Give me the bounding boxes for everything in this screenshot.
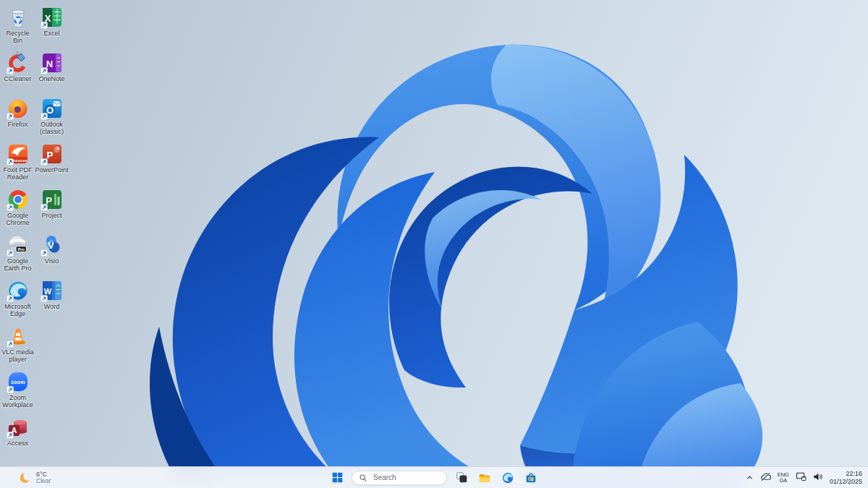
clock-time: 22:16 — [830, 470, 862, 478]
desktop-icon-label: Project — [35, 212, 69, 219]
desktop-icon-label: CCleaner — [1, 75, 35, 82]
desktop-icon-powerpoint[interactable]: P PowerPoint — [35, 141, 69, 187]
google-earth-pro-icon: Pro — [7, 234, 30, 257]
desktop-icon-label: Word — [35, 303, 69, 310]
windows-logo-icon — [331, 471, 344, 484]
microsoft-edge-icon — [7, 279, 30, 302]
svg-text:N: N — [46, 59, 52, 69]
start-button[interactable] — [328, 469, 346, 487]
desktop-icon-label: Foxit PDF Reader — [1, 166, 35, 181]
weather-text: 6°C Clear — [36, 471, 51, 484]
edge-taskbar-button[interactable] — [499, 469, 516, 487]
search-icon — [359, 474, 367, 482]
speaker-icon — [813, 472, 823, 481]
wallpaper-bloom — [0, 0, 868, 488]
project-icon: P — [41, 188, 64, 211]
desktop-icon-onenote[interactable]: N OneNote — [35, 50, 69, 95]
desktop-icon-vlc-media-player[interactable]: VLC media player — [1, 323, 35, 369]
vlc-media-player-icon — [7, 325, 30, 348]
powerpoint-icon: P — [41, 142, 64, 166]
desktop-icon-label: Zoom Workplace — [1, 394, 35, 408]
svg-text:zoom: zoom — [11, 379, 25, 385]
desktop-icon-project[interactable]: P Project — [35, 187, 69, 232]
task-view-icon — [456, 471, 468, 484]
desktop-icon-label: PowerPoint — [35, 166, 69, 174]
desktop-icon-word[interactable]: W Word — [35, 278, 69, 323]
desktop-icon-ccleaner[interactable]: CCleaner — [1, 50, 35, 95]
outlook-classic-icon: O — [41, 97, 64, 120]
taskbar: 6°C Clear — [0, 466, 868, 488]
clock-date: 01/12/2025 — [830, 478, 862, 486]
desktop-icon-label: OneNote — [35, 75, 69, 82]
language-indicator[interactable]: ENG GA — [778, 472, 789, 484]
system-tray: ENG GA 22:16 01/12/2025 — [746, 467, 862, 488]
desktop-icon-google-chrome[interactable]: Google Chrome — [1, 187, 35, 232]
desktop-icon-excel[interactable]: X Excel — [35, 4, 69, 50]
desktop-icon-recycle-bin[interactable]: Recycle Bin — [1, 4, 35, 50]
foxit-pdf-reader-icon: READER — [7, 142, 30, 166]
word-icon: W — [41, 279, 64, 302]
desktop-icons-column-2: X Excel N OneNote O Outlo — [35, 4, 69, 323]
ethernet-network-icon — [796, 471, 807, 481]
desktop-icon-visio[interactable]: V Visio — [35, 232, 69, 278]
language-line2: GA — [778, 478, 789, 484]
edge-icon — [501, 471, 514, 484]
desktop-icon-label: Firefox — [1, 121, 35, 128]
svg-text:V: V — [48, 241, 54, 251]
desktop-icon-label: VLC media player — [1, 348, 35, 363]
task-view-button[interactable] — [453, 469, 470, 487]
desktop-icon-google-earth-pro[interactable]: Pro Google Earth Pro — [1, 232, 35, 278]
file-explorer-button[interactable] — [476, 469, 493, 487]
network-tray-button[interactable] — [796, 471, 807, 484]
onedrive-tray-button[interactable] — [760, 471, 771, 484]
excel-icon: X — [41, 6, 64, 29]
taskbar-search[interactable] — [352, 471, 447, 485]
desktop-icon-access[interactable]: A Access — [1, 414, 35, 460]
desktop-icon-label: Microsoft Edge — [1, 303, 35, 317]
file-explorer-icon — [478, 471, 491, 484]
desktop-background[interactable] — [0, 0, 868, 488]
microsoft-store-icon — [524, 471, 537, 484]
firefox-icon — [7, 97, 30, 120]
svg-text:Pro: Pro — [17, 247, 25, 252]
weather-condition: Clear — [36, 478, 51, 484]
visio-icon: V — [41, 234, 64, 257]
desktop-icon-outlook-classic[interactable]: O Outlook (classic) — [35, 95, 69, 141]
desktop-icon-label: Google Chrome — [1, 212, 35, 226]
weather-widget[interactable]: 6°C Clear — [14, 467, 55, 488]
svg-text:READER: READER — [13, 159, 28, 163]
desktop-icon-foxit-pdf-reader[interactable]: READER Foxit PDF Reader — [1, 141, 35, 187]
desktop-icons-column-1: Recycle Bin CCleaner — [1, 4, 35, 460]
volume-tray-button[interactable] — [813, 471, 823, 484]
desktop-icon-label: Recycle Bin — [1, 30, 35, 44]
desktop-icon-label: Google Earth Pro — [1, 257, 35, 272]
desktop-icon-label: Excel — [35, 30, 69, 37]
tray-overflow-button[interactable] — [746, 471, 754, 484]
onenote-icon: N — [41, 51, 64, 74]
svg-text:P: P — [46, 150, 53, 160]
onedrive-not-signed-in-icon — [760, 472, 771, 481]
clock[interactable]: 22:16 01/12/2025 — [830, 470, 862, 485]
google-chrome-icon — [7, 188, 30, 211]
desktop-icon-microsoft-edge[interactable]: Microsoft Edge — [1, 278, 35, 323]
access-icon: A — [7, 416, 30, 439]
taskbar-center — [328, 467, 540, 488]
taskbar-search-input[interactable] — [372, 473, 440, 482]
chevron-up-icon — [746, 474, 754, 481]
desktop-icon-label: Visio — [35, 257, 69, 265]
desktop-icon-label: Outlook (classic) — [35, 121, 69, 135]
windows-desktop: { "colors": { "taskbar_bg": "#eef3f9", "… — [0, 0, 868, 488]
desktop-icon-label: Access — [1, 440, 35, 447]
desktop-icon-zoom-workplace[interactable]: zoom Zoom Workplace — [1, 369, 35, 414]
ccleaner-icon — [7, 51, 30, 74]
microsoft-store-button[interactable] — [522, 469, 540, 487]
moon-clear-icon — [19, 471, 32, 484]
zoom-workplace-icon: zoom — [7, 370, 30, 393]
recycle-bin-icon — [7, 6, 30, 29]
desktop-icon-firefox[interactable]: Firefox — [1, 95, 35, 141]
svg-text:W: W — [43, 287, 51, 296]
